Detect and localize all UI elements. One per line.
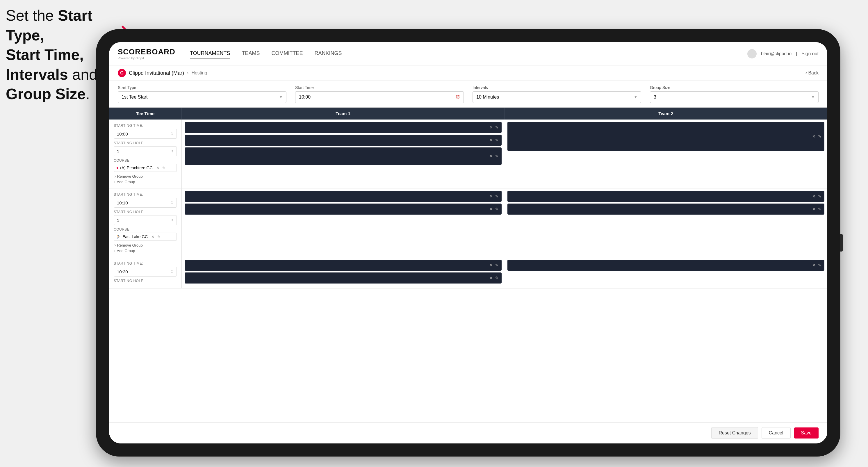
player-edit-icon[interactable]: ✎ [495, 207, 499, 211]
group-size-select[interactable]: 3 ▼ [650, 91, 818, 103]
cancel-button[interactable]: Cancel [762, 427, 790, 439]
course-name-1: (A) Peachtree GC [120, 165, 152, 170]
player-x-icon[interactable]: ✕ [812, 263, 816, 268]
intervals-select[interactable]: 10 Minutes ▼ [472, 91, 641, 103]
back-link[interactable]: ‹ Back [805, 70, 818, 75]
starting-hole-input-1[interactable]: 1 ⇕ [114, 146, 177, 156]
group-row-1: STARTING TIME: 10:00 ⏱ STARTING HOLE: 1 … [109, 120, 827, 188]
add-group-1[interactable]: + Add Group [114, 180, 177, 184]
course-label-1: COURSE: [114, 158, 177, 162]
course-edit-2[interactable]: ✎ [157, 235, 160, 239]
user-email: blair@clippd.io [761, 51, 792, 56]
start-time-select[interactable]: 10:00 ⏰ [295, 91, 464, 103]
reset-changes-button[interactable]: Reset Changes [711, 427, 758, 439]
breadcrumb-bar: C Clippd Invitational (Mar) › Hosting ‹ … [109, 65, 827, 81]
group-size-arrow-icon: ▼ [811, 95, 815, 99]
annotation-bold-start-type: Start Type,Start Time,Intervals [6, 7, 92, 83]
user-avatar [747, 49, 756, 58]
starting-time-value-3: 10:20 [117, 269, 128, 274]
nav-link-tournaments[interactable]: TOURNAMENTS [190, 49, 230, 58]
course-tag-1[interactable]: ● (A) Peachtree GC ✕ ✎ [114, 164, 177, 172]
remove-group-2[interactable]: ○ Remove Group [114, 243, 177, 247]
starting-hole-input-2[interactable]: 1 ⇕ [114, 215, 177, 225]
group-left-1: STARTING TIME: 10:00 ⏱ STARTING HOLE: 1 … [109, 120, 182, 188]
starting-time-input-2[interactable]: 10:10 ⏱ [114, 198, 177, 208]
player-x-icon[interactable]: ✕ [489, 194, 493, 198]
player-card-2-t1-1: ✕ ✎ [185, 191, 502, 202]
player-edit-icon[interactable]: ✎ [818, 194, 822, 198]
nav-link-rankings[interactable]: RANKINGS [315, 49, 342, 58]
sign-out-link[interactable]: Sign out [801, 51, 818, 56]
player-card-1-t1-3: ✕ ✎ [185, 148, 502, 165]
player-edit-icon[interactable]: ✎ [818, 263, 822, 268]
start-type-select[interactable]: 1st Tee Start ▼ [118, 91, 286, 103]
player-edit-icon[interactable]: ✎ [495, 263, 499, 268]
player-card-1-t1-2: ✕ ✎ [185, 135, 502, 146]
player-x-icon[interactable]: ✕ [489, 125, 493, 130]
player-edit-icon[interactable]: ✎ [495, 276, 499, 280]
starting-time-label-2: STARTING TIME: [114, 192, 177, 196]
course-x-2[interactable]: ✕ [151, 235, 154, 239]
annotation-text: Set the Start Type,Start Time,Intervals … [6, 6, 99, 104]
starting-time-input-3[interactable]: 10:20 ⏱ [114, 267, 177, 277]
start-time-field: Start Time 10:00 ⏰ [295, 85, 464, 103]
player-edit-icon[interactable]: ✎ [818, 207, 822, 211]
team1-area-1: ✕ ✎ ✕ ✎ ✕ ✎ [182, 120, 504, 188]
starting-time-input-1[interactable]: 10:00 ⏱ [114, 129, 177, 139]
intervals-label: Intervals [472, 85, 641, 90]
player-card-2-t2-2: ✕ ✎ [507, 204, 825, 215]
starting-time-label-3: STARTING TIME: [114, 261, 177, 266]
group-left-3: STARTING TIME: 10:20 ⏱ STARTING HOLE: [109, 257, 182, 288]
clippd-icon: C [118, 69, 126, 77]
nav-link-teams[interactable]: TEAMS [242, 49, 260, 58]
team1-area-2: ✕ ✎ ✕ ✎ [182, 188, 504, 257]
nav-right: blair@clippd.io | Sign out [747, 49, 818, 58]
player-x-icon[interactable]: ✕ [812, 207, 816, 211]
group-size-label: Group Size [650, 85, 818, 90]
player-x-icon[interactable]: ✕ [489, 207, 493, 211]
player-x-icon[interactable]: ✕ [489, 138, 493, 143]
team2-area-1: ✕ ✎ [504, 120, 827, 188]
start-time-arrow-icon: ⏰ [456, 95, 460, 99]
player-x-icon[interactable]: ✕ [812, 194, 816, 198]
time-clock-icon-1: ⏱ [170, 132, 174, 135]
player-x-icon[interactable]: ✕ [489, 263, 493, 268]
player-card-1-t2-1: ✕ ✎ [507, 122, 825, 151]
main-content: Tee Time Team 1 Team 2 STARTING TIME: 10… [109, 107, 827, 422]
player-card-2-t1-2: ✕ ✎ [185, 204, 502, 215]
nav-separator: | [796, 51, 797, 56]
tablet-screen: SCOREBOARD Powered by clippd TOURNAMENTS… [109, 42, 827, 443]
group-size-value: 3 [654, 94, 656, 100]
logo-sub: Powered by clippd [118, 56, 175, 60]
group-actions-1: ○ Remove Group + Add Group [114, 174, 177, 184]
course-icon-2: 🏌 [116, 235, 121, 239]
player-edit-icon[interactable]: ✎ [495, 138, 499, 143]
add-group-2[interactable]: + Add Group [114, 249, 177, 253]
player-x-icon[interactable]: ✕ [489, 276, 493, 280]
save-button[interactable]: Save [794, 428, 818, 438]
course-tag-2[interactable]: 🏌 East Lake GC ✕ ✎ [114, 232, 177, 241]
course-edit-1[interactable]: ✎ [162, 166, 165, 170]
player-edit-icon[interactable]: ✎ [818, 134, 822, 139]
starting-hole-value-2: 1 [117, 218, 119, 223]
breadcrumb-sub: Hosting [191, 70, 207, 75]
player-x-icon[interactable]: ✕ [489, 154, 493, 158]
tablet-side-button [840, 234, 843, 252]
player-edit-icon[interactable]: ✎ [495, 194, 499, 198]
starting-time-label-1: STARTING TIME: [114, 124, 177, 128]
starting-hole-label-2: STARTING HOLE: [114, 210, 177, 214]
player-card-3-t1-1: ✕ ✎ [185, 260, 502, 271]
hole-arrow-icon-1: ⇕ [171, 150, 174, 153]
settings-row: Start Type 1st Tee Start ▼ Start Time 10… [109, 81, 827, 107]
player-x-icon[interactable]: ✕ [812, 134, 816, 139]
player-edit-icon[interactable]: ✎ [495, 154, 499, 158]
table-header-team2: Team 2 [504, 107, 827, 120]
remove-group-1[interactable]: ○ Remove Group [114, 174, 177, 179]
table-header: Tee Time Team 1 Team 2 [109, 107, 827, 120]
nav-link-committee[interactable]: COMMITTEE [272, 49, 303, 58]
course-x-1[interactable]: ✕ [156, 166, 159, 170]
start-type-label: Start Type [118, 85, 286, 90]
player-edit-icon[interactable]: ✎ [495, 125, 499, 130]
annotation-bold-group-size: Group Size [6, 86, 86, 102]
breadcrumb-title: Clippd Invitational (Mar) [129, 70, 184, 76]
